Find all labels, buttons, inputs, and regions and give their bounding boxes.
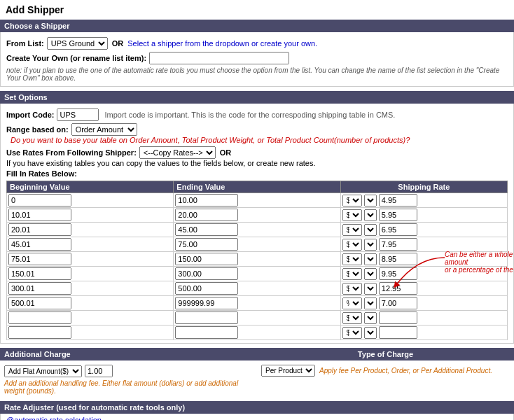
currency-arrow-select[interactable]: ▼ [364,283,377,295]
use-rates-label: Use Rates From Following Shipper: [6,148,137,157]
end-value-input[interactable] [175,238,238,251]
table-row: $ % ▼ [7,193,508,208]
add-charge-table: Additional Charge Type of Charge Add Fla… [0,348,514,397]
currency-select[interactable]: $ % [342,239,362,251]
rate-input[interactable] [379,238,417,251]
or-text-1: OR [112,39,124,48]
currency-arrow-select[interactable]: ▼ [364,209,377,221]
begin-value-input[interactable] [8,326,71,339]
table-row: $ % ▼ [7,311,508,326]
rate-input[interactable] [379,282,417,295]
currency-select[interactable]: $ % [342,327,362,339]
begin-value-input[interactable] [8,253,71,265]
from-list-label: From List: [6,39,44,48]
rates-table: Beginning Value Ending Value Shipping Ra… [6,181,508,340]
currency-arrow-select[interactable]: ▼ [364,224,377,236]
choose-shipper-header: Choose a Shipper [0,20,514,32]
begin-value-input[interactable] [8,297,71,309]
end-value-input[interactable] [175,223,238,236]
end-value-input[interactable] [175,194,238,206]
currency-arrow-select[interactable]: ▼ [364,327,377,339]
currency-select[interactable]: $ % [342,253,362,265]
type-of-charge-header: Type of Charge [257,348,514,360]
import-code-note: Import code is important. This is the co… [104,111,395,119]
table-row: $ % ▼ [7,296,508,311]
rate-input[interactable] [379,209,417,221]
currency-select[interactable]: $ % [342,312,362,324]
from-list-hint: Select a shipper from the dropdown or cr… [127,39,317,48]
begin-value-input[interactable] [8,312,71,324]
table-row: $ % ▼ [7,267,508,281]
rate-input[interactable] [379,267,417,280]
product-type-select[interactable]: Per Product [261,365,315,377]
currency-arrow-select[interactable]: ▼ [364,298,377,309]
end-value-input[interactable] [175,297,238,309]
currency-select[interactable]: $ % [342,283,362,295]
create-own-input[interactable] [149,52,289,64]
table-row: $ % ▼ [7,252,508,267]
use-rates-select[interactable]: <--Copy Rates--> [139,146,216,159]
table-row: $ % ▼ [7,237,508,252]
rate-input[interactable] [379,194,417,206]
range-based-hint: Do you want to base your table on Order … [11,136,410,144]
table-row: $ % ▼ [7,223,508,237]
rates-table-wrapper: Beginning Value Ending Value Shipping Ra… [6,181,508,340]
rate-adjuster-content: @automatic rate calculation additional h… [0,414,514,420]
or-text-2: OR [220,148,232,157]
rate-calc-link[interactable]: @automatic rate calculation [6,416,102,420]
create-own-note: note: if you plan to use the one of the … [6,66,508,82]
rate-input[interactable] [379,223,417,236]
currency-arrow-select[interactable]: ▼ [364,268,377,280]
set-options-header: Set Options [0,91,514,104]
table-row: $ % ▼ [7,281,508,296]
additional-charge-section: Additional Charge Type of Charge Add Fla… [0,348,514,397]
rate-input[interactable] [379,253,417,265]
rate-input[interactable] [379,326,417,339]
additional-charge-header: Additional Charge [0,348,257,360]
end-value-input[interactable] [175,282,238,295]
import-code-input[interactable] [57,108,99,121]
end-value-input[interactable] [175,326,238,339]
set-options-section: Set Options Import Code: Import code is … [0,91,514,344]
import-code-label: Import Code: [6,111,54,119]
col-shipping: Shipping Rate [340,181,507,193]
create-own-label: Create Your Own (or rename list item): [6,54,146,62]
page-title: Add Shipper [0,0,514,20]
range-based-select[interactable]: Order Amount [71,123,137,136]
currency-arrow-select[interactable]: ▼ [364,312,377,324]
currency-arrow-select[interactable]: ▼ [364,195,377,206]
end-value-input[interactable] [175,267,238,280]
choose-shipper-section: Choose a Shipper From List: UPS Ground O… [0,20,514,87]
begin-value-input[interactable] [8,223,71,236]
currency-select[interactable]: $ % [342,224,362,236]
product-hint: Apply fee Per Product, Order, or Per Add… [319,367,492,374]
currency-arrow-select[interactable]: ▼ [364,253,377,265]
range-based-label: Range based on: [6,125,69,134]
charge-value-input[interactable] [85,365,113,377]
choose-shipper-content: From List: UPS Ground OR Select a shippe… [0,32,514,87]
currency-select[interactable]: $ % [342,209,362,221]
col-beginning: Beginning Value [7,181,174,193]
currency-select[interactable]: $ % [342,268,362,280]
begin-value-input[interactable] [8,282,71,295]
begin-value-input[interactable] [8,194,71,206]
end-value-input[interactable] [175,312,238,324]
charge-hint: Add an additional handling fee. Either f… [4,379,253,395]
begin-value-input[interactable] [8,238,71,251]
rate-input[interactable] [379,312,417,324]
set-options-content: Import Code: Import code is important. T… [0,104,514,344]
end-value-input[interactable] [175,209,238,221]
col-ending: Ending Value [174,181,340,193]
currency-arrow-select[interactable]: ▼ [364,239,377,251]
begin-value-input[interactable] [8,209,71,221]
currency-select[interactable]: $ % [342,298,362,309]
currency-select[interactable]: $ % [342,195,362,206]
charge-type-select[interactable]: Add Flat Amount($) [4,365,82,377]
rate-input[interactable] [379,297,417,309]
begin-value-input[interactable] [8,267,71,280]
rate-adjuster-section: Rate Adjuster (used for automatic rate t… [0,401,514,420]
end-value-input[interactable] [175,253,238,265]
table-row: $ % ▼ [7,326,508,340]
from-list-select[interactable]: UPS Ground [47,37,108,50]
table-row: $ % ▼ [7,208,508,223]
